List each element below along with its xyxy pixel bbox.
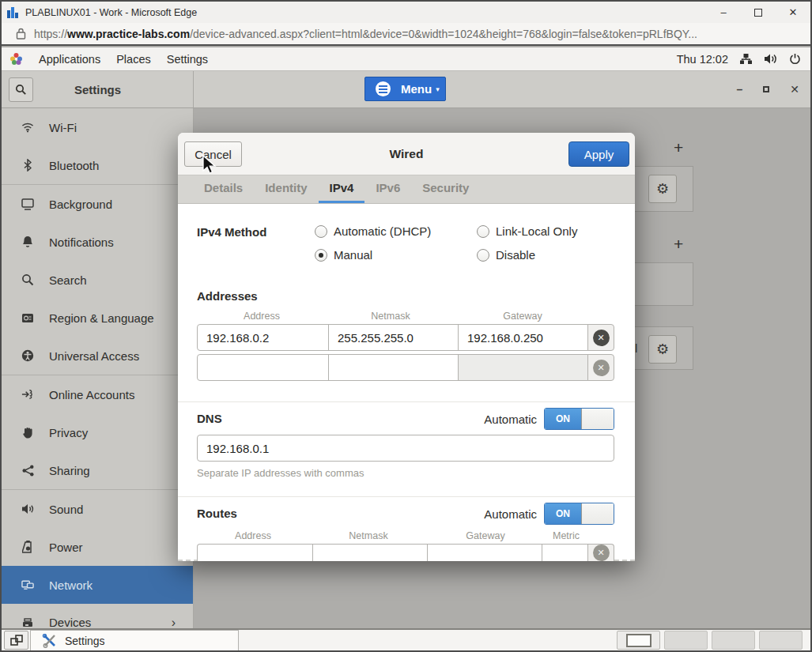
column-header-gateway: Gateway: [503, 311, 542, 322]
delete-route-button[interactable]: ✕: [587, 544, 614, 561]
clock[interactable]: Thu 12:02: [677, 53, 728, 66]
workspace-1[interactable]: [617, 631, 660, 650]
routes-header-netmask: Netmask: [349, 530, 387, 541]
radio-link-local-only[interactable]: Link-Local Only: [477, 224, 577, 238]
sidebar-item-search[interactable]: Search: [2, 261, 193, 299]
browser-title: PLABLINUX01 - Work - Microsoft Edge: [25, 7, 197, 18]
window-close-button[interactable]: ✕: [790, 83, 799, 96]
sidebar-item-wifi[interactable]: Wi-Fi: [2, 108, 193, 146]
windows-icon: [10, 635, 23, 646]
radio-icon[interactable]: [315, 225, 327, 238]
bell-icon: [21, 236, 34, 248]
settings-menu[interactable]: Settings: [167, 53, 208, 66]
network-tray-icon[interactable]: [739, 53, 753, 65]
volume-tray-icon[interactable]: [764, 53, 778, 65]
sidebar-item-label: Notifications: [49, 236, 114, 249]
tab-security[interactable]: Security: [411, 175, 480, 203]
sidebar-item-online-accounts[interactable]: Online Accounts: [2, 375, 193, 413]
netmask-input-row1[interactable]: 255.255.255.0: [328, 324, 459, 351]
sidebar-item-universal-access[interactable]: Universal Access: [2, 337, 193, 375]
route-netmask-input[interactable]: [312, 544, 428, 561]
dns-helper-text: Separate IP addresses with commas: [197, 467, 364, 479]
sidebar-item-label: Wi-Fi: [49, 121, 77, 134]
battery-icon: [21, 541, 34, 553]
column-header-netmask: Netmask: [371, 311, 410, 322]
site-favicon: [6, 6, 19, 19]
taskbar-item-settings[interactable]: Settings: [30, 630, 239, 650]
proxy-settings-button[interactable]: ⚙: [648, 335, 677, 364]
tab-ipv6[interactable]: IPv6: [364, 175, 411, 203]
apply-button[interactable]: Apply: [568, 141, 629, 167]
hamburger-circle-icon: [376, 81, 391, 96]
gear-icon: ⚙: [656, 341, 669, 358]
address-input-row1[interactable]: 192.168.0.2: [197, 324, 329, 351]
sidebar-item-bluetooth[interactable]: Bluetooth: [2, 146, 193, 184]
radio-manual[interactable]: Manual: [315, 248, 372, 262]
section-divider: [178, 496, 635, 497]
profile-settings-button[interactable]: ⚙: [648, 175, 677, 203]
sidebar-item-sound[interactable]: Sound: [2, 490, 193, 528]
tab-details[interactable]: Details: [193, 175, 254, 203]
sidebar-item-notifications[interactable]: Notifications: [2, 223, 193, 261]
lab-menu-button[interactable]: Menu ▾: [364, 77, 446, 101]
add-vpn-button[interactable]: +: [674, 235, 683, 254]
workspace-window-thumb: [626, 634, 651, 647]
workspace-3[interactable]: [712, 631, 755, 650]
browser-url-bar[interactable]: https://www.practice-labs.com/device-adv…: [2, 23, 810, 46]
workspace-4[interactable]: [759, 631, 803, 650]
tab-identity[interactable]: Identity: [254, 175, 318, 203]
online-accounts-icon: [21, 388, 34, 401]
radio-icon[interactable]: [315, 249, 327, 262]
dialog-headerbar: Wired Cancel Apply: [178, 133, 635, 175]
browser-close-button[interactable]: ✕: [776, 2, 810, 23]
radio-disable[interactable]: Disable: [477, 248, 535, 262]
tab-ipv4[interactable]: IPv4: [319, 175, 365, 203]
address-input-row2[interactable]: [197, 354, 329, 381]
sidebar-item-background[interactable]: Background: [2, 185, 193, 223]
delete-address-row2-button[interactable]: ✕: [587, 354, 614, 381]
browser-maximize-button[interactable]: [741, 2, 776, 23]
dns-input[interactable]: 192.168.0.1: [197, 435, 614, 462]
radio-label: Disable: [496, 248, 535, 262]
taskbar-item-label: Settings: [65, 635, 105, 647]
sidebar-item-sharing[interactable]: Sharing: [2, 451, 193, 489]
mouse-cursor: [202, 155, 217, 175]
dns-automatic-toggle[interactable]: ON: [544, 408, 614, 430]
routes-automatic-toggle[interactable]: ON: [544, 503, 614, 525]
applications-menu[interactable]: Applications: [39, 53, 100, 66]
maximize-icon: [754, 9, 762, 17]
sidebar-item-power[interactable]: Power: [2, 528, 193, 566]
section-divider: [178, 401, 635, 402]
radio-icon[interactable]: [477, 249, 489, 262]
power-tray-icon[interactable]: [789, 53, 801, 65]
radio-label: Link-Local Only: [496, 224, 577, 238]
radio-label: Manual: [334, 248, 372, 262]
places-menu[interactable]: Places: [116, 53, 151, 66]
gateway-input-row1[interactable]: 192.168.0.250: [458, 324, 588, 351]
radio-icon[interactable]: [477, 225, 489, 238]
delete-icon: ✕: [593, 360, 610, 376]
radio-automatic-dhcp[interactable]: Automatic (DHCP): [315, 224, 431, 238]
route-gateway-input[interactable]: [427, 544, 542, 561]
window-maximize-button[interactable]: [763, 86, 769, 92]
add-profile-button[interactable]: +: [674, 138, 683, 157]
sidebar-item-privacy[interactable]: Privacy: [2, 413, 193, 451]
dialog-title: Wired: [178, 133, 635, 175]
network-icon: [21, 579, 34, 591]
sidebar-item-network[interactable]: Network: [2, 566, 193, 604]
browser-minimize-button[interactable]: –: [706, 2, 741, 23]
route-address-input[interactable]: [197, 544, 313, 561]
window-minimize-button[interactable]: –: [736, 83, 742, 96]
gateway-input-row2[interactable]: [458, 354, 588, 381]
netmask-input-row2[interactable]: [328, 354, 459, 381]
route-metric-input[interactable]: [542, 544, 588, 561]
delete-address-row1-button[interactable]: ✕: [587, 324, 614, 351]
column-header-address: Address: [244, 311, 280, 322]
tools-icon: [42, 634, 58, 648]
sidebar-item-label: Search: [49, 273, 87, 287]
sidebar-item-region-language[interactable]: Region & Language: [2, 299, 193, 337]
show-desktop-button[interactable]: [4, 631, 28, 650]
radio-label: Automatic (DHCP): [334, 224, 431, 238]
sidebar-item-devices[interactable]: Devices ›: [2, 604, 193, 628]
workspace-2[interactable]: [664, 631, 708, 650]
